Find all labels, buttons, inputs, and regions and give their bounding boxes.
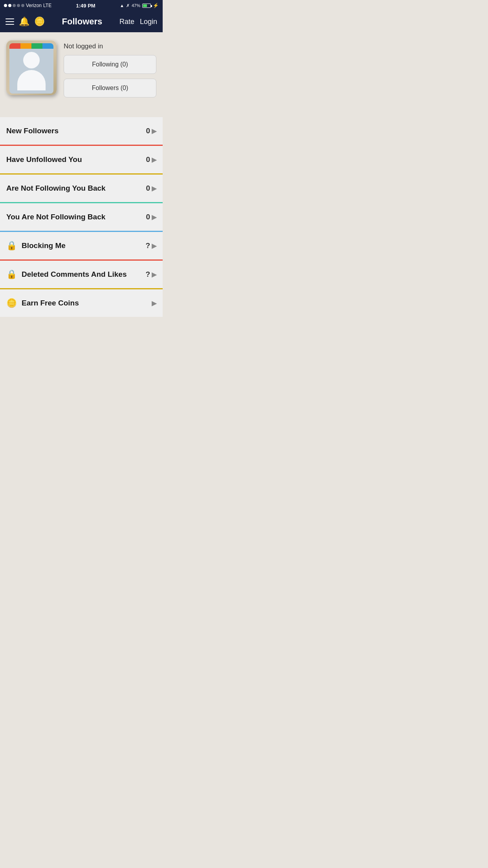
charging-icon: ⚡ (153, 3, 159, 8)
unfollowed-label: Have Unfollowed You (6, 155, 82, 164)
deleted-comments-right: ? ▶ (145, 270, 156, 279)
chevron-right-icon: ▶ (152, 242, 156, 250)
battery-outer (142, 4, 151, 8)
chevron-right-icon: ▶ (152, 127, 156, 135)
page-title: Followers (62, 17, 103, 27)
menu-item-unfollowed[interactable]: Have Unfollowed You 0 ▶ (0, 146, 163, 173)
menu-button[interactable] (6, 18, 14, 25)
you-not-following-back-count: 0 (146, 213, 150, 221)
dot4 (17, 4, 20, 7)
menu-item-left: Are Not Following You Back (6, 184, 106, 193)
avatar-frame (6, 40, 57, 97)
chevron-right-icon: ▶ (152, 156, 156, 164)
new-followers-count: 0 (146, 127, 150, 135)
not-following-back-label: Are Not Following You Back (6, 184, 106, 193)
dot5 (21, 4, 24, 7)
color-yellow (20, 43, 31, 49)
menu-item-left: 🪙 Earn Free Coins (6, 298, 79, 308)
menu-item-you-not-following-back[interactable]: You Are Not Following Back 0 ▶ (0, 203, 163, 231)
chevron-right-icon: ▶ (152, 185, 156, 192)
followers-button[interactable]: Followers (0) (64, 79, 156, 97)
status-left: Verizon LTE (4, 3, 51, 8)
login-status: Not logged in (64, 42, 156, 50)
menu-item-not-following-back[interactable]: Are Not Following You Back 0 ▶ (0, 175, 163, 202)
coins-button[interactable]: 🪙 (34, 17, 45, 27)
menu-item-left: 🔒 Blocking Me (6, 241, 66, 251)
battery-fill (143, 4, 147, 7)
color-green (31, 43, 42, 49)
chevron-right-icon: ▶ (152, 213, 156, 221)
not-following-back-right: 0 ▶ (146, 184, 156, 193)
network-label: LTE (43, 3, 51, 8)
avatar-outer (6, 40, 57, 95)
unfollowed-right: 0 ▶ (146, 155, 156, 164)
menu-item-new-followers[interactable]: New Followers 0 ▶ (0, 117, 163, 145)
following-button[interactable]: Following (0) (64, 55, 156, 74)
avatar-silhouette (17, 52, 46, 90)
color-blue (42, 43, 53, 49)
profile-info: Not logged in Following (0) Followers (0… (64, 40, 156, 97)
menu-item-left: 🔒 Deleted Comments And Likes (6, 269, 127, 280)
blocking-me-right: ? ▶ (145, 241, 156, 250)
nav-left: 🔔 🪙 (6, 17, 45, 27)
dot2 (8, 4, 11, 7)
color-red (9, 43, 20, 49)
nav-bar: 🔔 🪙 Followers Rate Login (0, 11, 163, 32)
menu-item-left: New Followers (6, 127, 59, 135)
coin-icon-small: 🪙 (6, 298, 17, 308)
nav-right: Rate Login (119, 18, 157, 26)
color-strip (9, 43, 53, 49)
time-label: 1:49 PM (76, 3, 95, 9)
dot1 (4, 4, 7, 7)
lock-icon: 🔒 (6, 241, 17, 251)
menu-item-left: Have Unfollowed You (6, 155, 82, 164)
deleted-comments-label: Deleted Comments And Likes (22, 270, 127, 279)
status-bar: Verizon LTE 1:49 PM ▲ ✗ 47% ⚡ (0, 0, 163, 11)
rate-button[interactable]: Rate (119, 18, 134, 26)
chevron-right-icon: ▶ (152, 271, 156, 278)
signal-dots (4, 4, 24, 7)
new-followers-label: New Followers (6, 127, 59, 135)
menu-item-deleted-comments[interactable]: 🔒 Deleted Comments And Likes ? ▶ (0, 261, 163, 288)
chevron-right-icon: ▶ (152, 300, 156, 307)
menu-item-earn-coins[interactable]: 🪙 Earn Free Coins ▶ (0, 289, 163, 317)
location-icon: ▲ (120, 3, 124, 8)
battery-box (142, 4, 151, 8)
menu-item-blocking-me[interactable]: 🔒 Blocking Me ? ▶ (0, 232, 163, 259)
you-not-following-back-right: 0 ▶ (146, 213, 156, 221)
silhouette-head (23, 52, 40, 68)
notifications-button[interactable]: 🔔 (19, 17, 29, 27)
avatar-inner (9, 43, 53, 94)
deleted-comments-count: ? (145, 270, 150, 279)
carrier-label: Verizon (26, 3, 42, 8)
dot3 (13, 4, 16, 7)
blocking-me-count: ? (145, 241, 150, 250)
section-spacer (0, 109, 163, 117)
profile-section: Not logged in Following (0) Followers (0… (0, 32, 163, 109)
bluetooth-icon: ✗ (126, 3, 130, 8)
unfollowed-count: 0 (146, 155, 150, 164)
lock-icon-2: 🔒 (6, 269, 17, 280)
menu-item-left: You Are Not Following Back (6, 213, 105, 221)
silhouette-body (17, 70, 46, 90)
battery-percent: 47% (132, 3, 140, 8)
not-following-back-count: 0 (146, 184, 150, 193)
new-followers-right: 0 ▶ (146, 127, 156, 135)
status-right: ▲ ✗ 47% ⚡ (120, 3, 159, 8)
blocking-me-label: Blocking Me (22, 241, 66, 250)
earn-coins-label: Earn Free Coins (22, 299, 79, 307)
you-not-following-back-label: You Are Not Following Back (6, 213, 105, 221)
earn-coins-right: ▶ (152, 300, 156, 307)
login-button[interactable]: Login (140, 18, 157, 26)
